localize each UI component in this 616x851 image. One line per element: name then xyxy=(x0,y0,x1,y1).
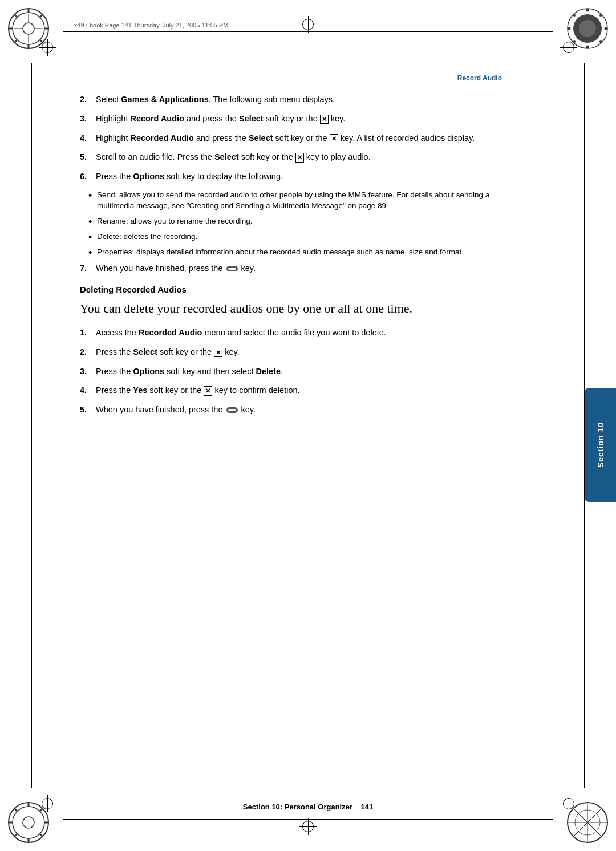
del-step-3-bold2: Delete xyxy=(256,367,281,376)
bullet-2-dot: • xyxy=(88,217,97,227)
step-2-text: Select Games & Applications. The followi… xyxy=(96,94,536,106)
bullet-3: • Delete: deletes the recording. xyxy=(80,232,536,242)
section-tab-label: Section 10 xyxy=(596,422,605,468)
step-3-number: 3. xyxy=(80,113,96,125)
header-rule xyxy=(63,31,553,32)
step-7: 7. When you have finished, press the key… xyxy=(80,262,536,275)
step-5-bold: Select xyxy=(214,152,239,161)
svg-point-18 xyxy=(586,9,589,12)
step-5: 5. Scroll to an audio file. Press the Se… xyxy=(80,151,536,164)
step-6-text: Press the Options soft key to display th… xyxy=(96,171,536,183)
svg-line-36 xyxy=(14,834,17,837)
svg-line-9 xyxy=(40,14,43,17)
footer-page-number: 141 xyxy=(360,803,373,811)
del-end-key-icon xyxy=(226,406,238,415)
svg-point-17 xyxy=(579,20,596,37)
step-6-number: 6. xyxy=(80,171,96,183)
del-step-4-x-icon: ✕ xyxy=(204,386,212,395)
step-7-number: 7. xyxy=(80,262,96,275)
left-rule xyxy=(31,63,32,788)
del-step-2-number: 2. xyxy=(80,346,96,359)
step-4-number: 4. xyxy=(80,132,96,145)
deleting-section-heading: Deleting Recorded Audios xyxy=(80,285,536,294)
bullet-4-dot: • xyxy=(88,248,97,258)
step-2-bold: Games & Applications xyxy=(121,95,208,104)
registration-mark-tl xyxy=(39,39,56,56)
del-step-3: 3. Press the Options soft key and then s… xyxy=(80,366,536,378)
del-step-1: 1. Access the Recorded Audio menu and se… xyxy=(80,327,536,339)
svg-rect-44 xyxy=(228,268,236,270)
del-step-5-number: 5. xyxy=(80,404,96,416)
step-5-text: Scroll to an audio file. Press the Selec… xyxy=(96,151,536,164)
del-step-4-text: Press the Yes soft key or the ✕ key to c… xyxy=(96,384,536,397)
step-2: 2. Select Games & Applications. The foll… xyxy=(80,94,536,106)
svg-line-34 xyxy=(40,834,43,837)
bullet-4: • Properties: displays detailed informat… xyxy=(80,247,536,258)
del-step-5: 5. When you have finished, press the key… xyxy=(80,404,536,416)
svg-point-2 xyxy=(23,23,34,34)
step-4: 4. Highlight Recorded Audio and press th… xyxy=(80,132,536,145)
step-4-bold2: Select xyxy=(249,133,273,143)
footer-section-text: Section 10: Personal Organizer xyxy=(243,803,352,811)
svg-line-10 xyxy=(14,40,17,43)
svg-point-21 xyxy=(605,27,607,30)
header-filename: x497.book Page 141 Thursday, July 21, 20… xyxy=(74,22,229,29)
svg-point-22 xyxy=(573,14,576,17)
del-step-2-text: Press the Select soft key or the ✕ key. xyxy=(96,346,536,359)
step-6-bold: Options xyxy=(133,172,164,181)
footer-section-label: Section 10: Personal Organizer 141 xyxy=(0,803,616,811)
svg-rect-46 xyxy=(228,409,236,411)
step-3-bold2: Select xyxy=(239,114,264,123)
del-step-4-bold: Yes xyxy=(133,386,147,395)
bullet-2: • Rename: allows you to rename the recor… xyxy=(80,216,536,227)
step-7-text: When you have finished, press the key. xyxy=(96,262,536,275)
bullet-3-text: Delete: deletes the recording. xyxy=(97,232,499,242)
del-step-2: 2. Press the Select soft key or the ✕ ke… xyxy=(80,346,536,359)
step-6: 6. Press the Options soft key to display… xyxy=(80,171,536,183)
del-step-2-x-icon: ✕ xyxy=(214,348,222,357)
del-step-1-number: 1. xyxy=(80,327,96,339)
step-3-bold1: Record Audio xyxy=(130,114,184,123)
page-title: Record Audio xyxy=(80,74,536,82)
registration-mark-bc xyxy=(299,818,317,835)
step-2-number: 2. xyxy=(80,94,96,106)
step-3-text: Highlight Record Audio and press the Sel… xyxy=(96,113,536,125)
bullet-2-text: Rename: allows you to rename the recordi… xyxy=(97,216,499,227)
registration-mark-tc xyxy=(299,16,317,33)
bullet-1-text: Send: allows you to send the recorded au… xyxy=(97,190,499,212)
end-key-icon xyxy=(226,264,238,273)
bullet-3-dot: • xyxy=(88,232,97,242)
main-content: Record Audio 2. Select Games & Applicati… xyxy=(63,63,553,788)
del-step-3-bold1: Options xyxy=(133,367,164,376)
svg-point-20 xyxy=(568,27,571,30)
svg-point-23 xyxy=(599,40,602,43)
step-5-x-icon: ✕ xyxy=(295,153,304,162)
del-step-1-bold: Recorded Audio xyxy=(139,328,202,337)
deleting-intro: You can delete your recorded audios one … xyxy=(80,300,536,318)
svg-line-7 xyxy=(14,14,17,17)
registration-mark-tr xyxy=(560,39,577,56)
del-step-5-text: When you have finished, press the key. xyxy=(96,404,536,416)
del-step-1-text: Access the Recorded Audio menu and selec… xyxy=(96,327,536,339)
del-step-4-number: 4. xyxy=(80,384,96,397)
svg-point-28 xyxy=(23,817,34,828)
bullet-1: • Send: allows you to send the recorded … xyxy=(80,190,536,212)
step-4-text: Highlight Recorded Audio and press the S… xyxy=(96,132,536,145)
step-4-x-icon: ✕ xyxy=(330,134,338,143)
bullet-1-dot: • xyxy=(88,191,97,212)
step-3: 3. Highlight Record Audio and press the … xyxy=(80,113,536,125)
section-tab: Section 10 xyxy=(585,388,616,502)
footer-rule xyxy=(63,819,553,820)
svg-point-19 xyxy=(586,46,589,48)
svg-point-24 xyxy=(599,14,602,17)
step-4-bold1: Recorded Audio xyxy=(130,133,193,143)
del-step-3-number: 3. xyxy=(80,366,96,378)
del-step-3-text: Press the Options soft key and then sele… xyxy=(96,366,536,378)
step-3-x-icon: ✕ xyxy=(320,115,329,124)
del-step-4: 4. Press the Yes soft key or the ✕ key t… xyxy=(80,384,536,397)
step-5-number: 5. xyxy=(80,151,96,164)
del-step-2-bold: Select xyxy=(133,347,157,356)
bullet-4-text: Properties: displays detailed informatio… xyxy=(97,247,499,258)
